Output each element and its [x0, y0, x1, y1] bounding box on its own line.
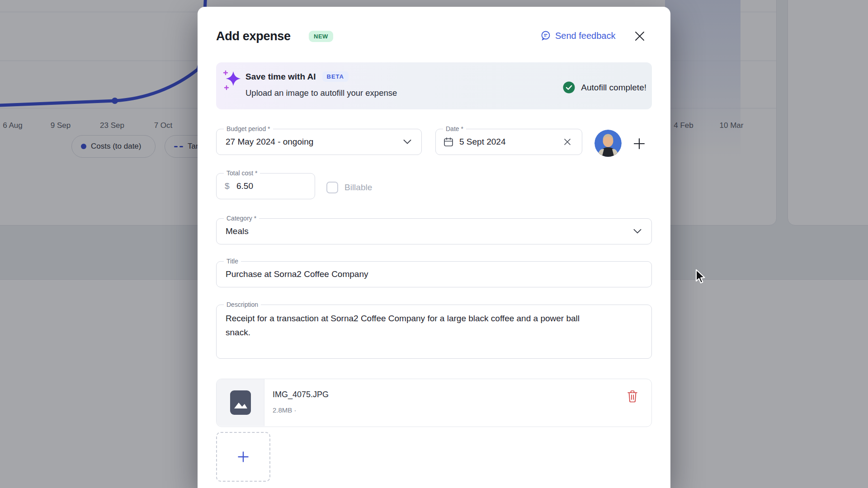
- total-cost-input[interactable]: Total cost * $ 6.50: [216, 173, 315, 199]
- description-textarea[interactable]: Description Receipt for a transaction at…: [216, 305, 652, 359]
- screen: 6 Aug 9 Sep 23 Sep 7 Oct 4 Feb 10 Mar Co…: [0, 0, 868, 488]
- calendar-icon: [443, 136, 454, 147]
- add-attachment-button[interactable]: [216, 432, 270, 482]
- trash-icon[interactable]: [627, 390, 638, 403]
- beta-badge: BETA: [322, 71, 349, 82]
- date-field[interactable]: Date * 5 Sept 2024: [435, 129, 582, 155]
- send-feedback-link[interactable]: Send feedback: [540, 30, 615, 41]
- avatar[interactable]: [594, 130, 622, 157]
- total-cost-label: Total cost *: [224, 169, 260, 177]
- category-select[interactable]: Category * Meals: [216, 218, 652, 244]
- new-badge: NEW: [309, 31, 333, 42]
- add-expense-modal: Add expense NEW Send feedback Save time …: [198, 7, 670, 488]
- attachment-filename: IMG_4075.JPG: [273, 390, 329, 399]
- date-value: 5 Sept 2024: [459, 137, 505, 147]
- send-feedback-label: Send feedback: [555, 31, 615, 41]
- autofill-status: Autofill complete!: [563, 81, 646, 94]
- title-value: Purchase at Sorna2 Coffee Company: [226, 269, 368, 279]
- modal-title: Add expense: [216, 29, 291, 43]
- close-icon[interactable]: [634, 30, 646, 42]
- billable-checkbox[interactable]: [326, 182, 338, 193]
- total-cost-value: 6.50: [236, 181, 253, 191]
- budget-period-label: Budget period *: [224, 125, 273, 132]
- ai-banner-subtitle: Upload an image to autofill your expense: [245, 88, 397, 98]
- avatar-photo: [594, 130, 622, 157]
- title-input[interactable]: Title Purchase at Sorna2 Coffee Company: [216, 261, 652, 287]
- ai-sparkle-icon: [222, 69, 243, 91]
- ai-banner: Save time with AI BETA Upload an image t…: [216, 62, 652, 109]
- feedback-bubble-icon: [540, 30, 551, 41]
- date-label: Date *: [443, 125, 466, 132]
- currency-prefix: $: [225, 181, 230, 191]
- add-person-button[interactable]: [630, 135, 648, 153]
- image-icon: [230, 390, 251, 415]
- description-value: Receipt for a transaction at Sorna2 Coff…: [226, 311, 583, 339]
- category-value: Meals: [226, 226, 249, 236]
- budget-period-select[interactable]: Budget period * 27 May 2024 - ongoing: [216, 129, 422, 155]
- ai-banner-title: Save time with AI: [245, 72, 316, 82]
- title-label: Title: [224, 258, 241, 265]
- category-label: Category *: [224, 215, 259, 222]
- plus-icon: [633, 137, 646, 150]
- budget-period-value: 27 May 2024 - ongoing: [226, 137, 313, 147]
- chevron-down-icon[interactable]: [403, 140, 411, 145]
- attachment-card: IMG_4075.JPG 2.8MB ·: [216, 379, 652, 427]
- attachment-size: 2.8MB ·: [273, 406, 297, 414]
- autofill-status-text: Autofill complete!: [581, 83, 646, 93]
- chevron-down-icon[interactable]: [633, 229, 642, 234]
- clear-date-icon[interactable]: [564, 138, 571, 145]
- check-circle-icon: [563, 81, 575, 94]
- plus-icon: [237, 451, 249, 463]
- description-label: Description: [224, 301, 261, 308]
- billable-label: Billable: [344, 183, 372, 192]
- attachment-thumbnail: [217, 379, 264, 426]
